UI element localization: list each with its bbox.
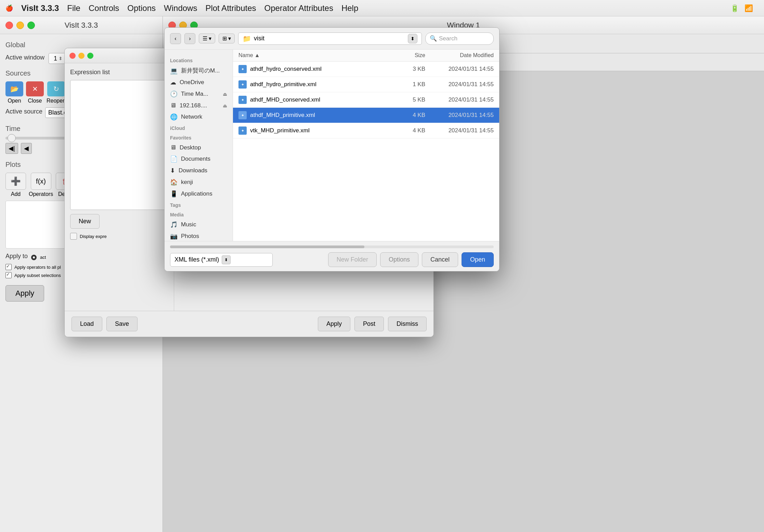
apply-subset-checkbox[interactable] <box>5 272 12 278</box>
list-view-chevron: ▾ <box>209 35 211 42</box>
icon-view-button[interactable]: ⊞ ▾ <box>219 34 235 43</box>
sidebar-item-timemachine[interactable]: 🕐 Time Ma... ⏏ <box>165 88 233 100</box>
xml-icon-1: ✦ <box>238 80 247 89</box>
menubar-windows[interactable]: Windows <box>164 3 197 13</box>
file-row-0[interactable]: ✦ athdf_hydro_conserved.xml 3 KB 2024/01… <box>233 62 499 77</box>
apply-expressions-button[interactable]: Apply <box>318 317 350 331</box>
menubar-options[interactable]: Options <box>127 3 156 13</box>
sidebar-item-network-ip[interactable]: 🖥 192.168.... ⏏ <box>165 100 233 111</box>
apple-menu[interactable]: 🍎 <box>5 4 13 12</box>
new-expression-button[interactable]: New <box>70 214 100 229</box>
battery-icon: 🔋 <box>730 4 739 12</box>
file-dialog-toolbar: ‹ › ☰ ▾ ⊞ ▾ 📁 visit ⬍ 🔍 Search <box>165 28 499 50</box>
close-icon: ✕ <box>26 81 44 96</box>
apply-subset-label: Apply subset selections <box>14 273 61 278</box>
location-spinner[interactable]: ⬍ <box>408 34 417 43</box>
file-size-0: 3 KB <box>398 66 425 72</box>
sidebar-item-music[interactable]: 🎵 Music <box>165 219 233 230</box>
cancel-button[interactable]: Cancel <box>422 252 458 267</box>
menubar-controls[interactable]: Controls <box>89 3 119 13</box>
sidebar-item-applications[interactable]: 📱 Applications <box>165 188 233 200</box>
sidebar-item-kenji[interactable]: 🏠 kenji <box>165 176 233 188</box>
file-date-0: 2024/01/31 14:55 <box>425 66 494 72</box>
maximize-button[interactable] <box>27 22 35 29</box>
mac-icon: 💻 <box>170 67 178 75</box>
reopen-label: Reopen <box>47 98 66 104</box>
dismiss-button[interactable]: Dismiss <box>388 317 427 331</box>
time-play-back-button[interactable]: ◀ <box>21 143 32 154</box>
menubar-file[interactable]: File <box>67 3 80 13</box>
search-bar[interactable]: 🔍 Search <box>425 32 494 45</box>
sidebar-item-desktop[interactable]: 🖥 Desktop <box>165 142 233 153</box>
menubar-plot-attrs[interactable]: Plot Attributes <box>205 3 256 13</box>
sidebar-item-documents[interactable]: 📄 Documents <box>165 153 233 165</box>
add-plot-icon: ➕ <box>5 173 26 190</box>
close-button[interactable] <box>5 22 13 29</box>
expr-max-button[interactable] <box>87 53 93 59</box>
sidebar-item-photos[interactable]: 📷 Photos <box>165 230 233 241</box>
menubar-operator-attrs[interactable]: Operator Attributes <box>264 3 333 13</box>
file-scrollbar[interactable] <box>170 245 494 248</box>
menubar: 🍎 VisIt 3.3.3 File Controls Options Wind… <box>0 0 764 16</box>
file-size-1: 1 KB <box>398 81 425 88</box>
apply-button-main[interactable]: Apply <box>5 285 44 302</box>
sidebar-item-mac[interactable]: 💻 新井賢司のM... <box>165 65 233 77</box>
add-label: Add <box>11 191 21 197</box>
network-ip-icon: 🖥 <box>170 102 176 109</box>
menubar-visit[interactable]: VisIt 3.3.3 <box>21 3 59 13</box>
sidebar-item-onedrive[interactable]: ☁ OneDrive <box>165 77 233 88</box>
file-row-1[interactable]: ✦ athdf_hydro_primitive.xml 1 KB 2024/01… <box>233 77 499 92</box>
name-column-header[interactable]: Name ▲ <box>238 52 398 58</box>
new-folder-button[interactable]: New Folder <box>328 252 377 267</box>
back-button[interactable]: ‹ <box>170 33 181 44</box>
file-row-4[interactable]: ✦ vtk_MHD_primitive.xml 4 KB 2024/01/31 … <box>233 123 499 138</box>
reopen-source-button[interactable]: ↻ Reopen <box>47 81 66 104</box>
apply-to-radio[interactable] <box>31 255 37 260</box>
time-back-step-button[interactable]: ◀| <box>5 143 18 154</box>
file-filter-select[interactable]: XML files (*.xml) ⬍ <box>170 253 273 267</box>
search-placeholder-text: Search <box>439 35 457 42</box>
file-size-2: 5 KB <box>398 96 425 103</box>
date-column-header[interactable]: Date Modified <box>425 52 494 58</box>
open-label: Open <box>8 98 21 104</box>
location-bar[interactable]: 📁 visit ⬍ <box>238 32 422 45</box>
expression-list-area[interactable] <box>70 80 168 210</box>
file-row-2[interactable]: ✦ athdf_MHD_conserved.xml 5 KB 2024/01/3… <box>233 92 499 108</box>
list-view-button[interactable]: ☰ ▾ <box>199 34 215 43</box>
display-expr-label: Display expre <box>80 234 107 239</box>
expr-close-button[interactable] <box>69 53 76 59</box>
expr-min-button[interactable] <box>78 53 85 59</box>
time-slider-thumb[interactable] <box>8 134 16 142</box>
minimize-button[interactable] <box>16 22 24 29</box>
open-button[interactable]: Open <box>462 252 494 267</box>
documents-label: Documents <box>181 156 210 162</box>
file-row-3[interactable]: ✦ athdf_MHD_primitive.xml 4 KB 2024/01/3… <box>233 108 499 123</box>
favorites-label: Favorites <box>165 132 233 142</box>
expressions-footer-right: Apply Post Dismiss <box>318 317 427 331</box>
display-expr-checkbox[interactable] <box>70 233 77 240</box>
file-scrollbar-thumb[interactable] <box>170 245 364 248</box>
file-open-dialog: ‹ › ☰ ▾ ⊞ ▾ 📁 visit ⬍ 🔍 Search Locations… <box>164 27 500 271</box>
apply-operators-checkbox[interactable] <box>5 264 12 270</box>
applications-label: Applications <box>181 190 212 197</box>
eject-ip-icon: ⏏ <box>223 103 227 108</box>
menubar-help[interactable]: Help <box>341 3 358 13</box>
sidebar-item-network[interactable]: 🌐 Network <box>165 111 233 123</box>
post-button[interactable]: Post <box>354 317 384 331</box>
size-column-header[interactable]: Size <box>398 52 425 58</box>
file-date-1: 2024/01/31 14:55 <box>425 81 494 88</box>
operators-button[interactable]: f(x) Operators <box>29 173 53 197</box>
apply-operators-label: Apply operators to all pl <box>14 265 61 270</box>
open-source-button[interactable]: 📂 Open <box>5 81 23 104</box>
forward-button[interactable]: › <box>184 33 195 44</box>
close-source-button[interactable]: ✕ Close <box>26 81 44 104</box>
sidebar-item-downloads[interactable]: ⬇ Downloads <box>165 165 233 176</box>
filter-spinner[interactable]: ⬍ <box>222 255 231 264</box>
expressions-footer: Load Save Apply Post Dismiss <box>65 311 433 337</box>
load-button[interactable]: Load <box>72 317 102 331</box>
options-button[interactable]: Options <box>380 252 418 267</box>
add-plot-button[interactable]: ➕ Add <box>5 173 26 197</box>
file-list-header: Name ▲ Size Date Modified <box>233 50 499 62</box>
network-icon: 🌐 <box>170 113 178 121</box>
save-button[interactable]: Save <box>106 317 138 331</box>
